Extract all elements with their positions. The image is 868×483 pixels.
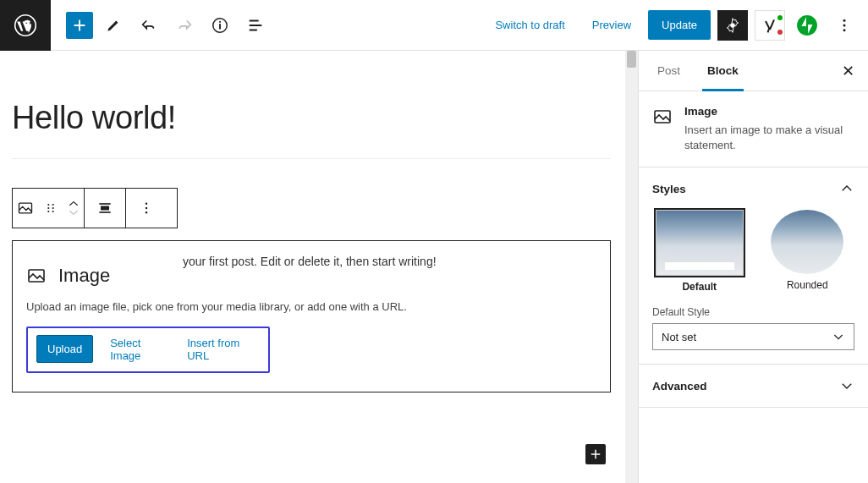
toolbar-left [51, 10, 485, 41]
block-type-button[interactable] [13, 189, 38, 228]
add-block-button[interactable] [66, 12, 93, 39]
svg-rect-16 [99, 203, 110, 205]
paragraph-text[interactable]: your first post. Edit or delete it, then… [183, 255, 437, 268]
image-block-title: Image [58, 265, 110, 287]
block-more-button[interactable] [126, 189, 167, 228]
svg-rect-18 [99, 211, 110, 213]
block-toolbar [12, 188, 178, 228]
svg-point-6 [843, 19, 846, 21]
svg-point-11 [52, 204, 54, 206]
default-style-value: Not set [662, 331, 696, 343]
move-buttons[interactable] [63, 189, 84, 228]
wp-logo[interactable] [0, 0, 51, 51]
default-style-label: Default Style [652, 306, 854, 318]
svg-point-19 [146, 203, 147, 205]
post-title[interactable]: Hello world! [12, 100, 611, 159]
advanced-panel: Advanced [639, 364, 868, 408]
more-options-button[interactable] [829, 10, 860, 41]
advanced-panel-toggle[interactable]: Advanced [639, 365, 868, 407]
tab-post[interactable]: Post [652, 51, 685, 91]
select-image-button[interactable]: Select Image [110, 337, 170, 362]
editor-pane: Hello world! [0, 51, 638, 483]
svg-point-21 [146, 211, 147, 213]
editor-scrollbar[interactable] [625, 51, 638, 483]
svg-point-5 [797, 15, 817, 36]
svg-rect-2 [219, 24, 221, 29]
styles-panel-title: Styles [652, 183, 686, 195]
svg-point-8 [843, 29, 846, 31]
image-upload-actions: Upload Select Image Insert from URL [26, 327, 270, 373]
svg-point-15 [52, 211, 54, 212]
edit-mode-button[interactable] [98, 10, 129, 41]
block-card: Image Insert an image to make a visual s… [639, 91, 868, 167]
style-default-label: Default [652, 281, 747, 293]
tab-block[interactable]: Block [702, 51, 744, 91]
advanced-panel-title: Advanced [652, 380, 707, 392]
upload-button[interactable]: Upload [36, 335, 93, 363]
svg-point-14 [47, 211, 49, 212]
styles-panel: Styles Default Rounded Default Style [639, 167, 868, 364]
svg-point-12 [47, 207, 49, 209]
info-button[interactable] [205, 10, 235, 41]
outline-button[interactable] [240, 10, 271, 41]
svg-rect-17 [101, 206, 109, 211]
insert-from-url-button[interactable]: Insert from URL [187, 337, 260, 362]
undo-button[interactable] [134, 10, 164, 41]
append-block-button[interactable] [585, 444, 606, 464]
style-rounded-label: Rounded [761, 279, 855, 291]
chevron-up-icon [839, 181, 854, 196]
drag-handle[interactable] [38, 189, 63, 228]
style-default[interactable]: Default [652, 210, 747, 293]
svg-point-20 [146, 207, 147, 209]
yoast-button[interactable] [755, 10, 785, 41]
update-button[interactable]: Update [648, 10, 711, 40]
block-card-name: Image [684, 105, 854, 118]
chevron-down-icon [832, 330, 845, 343]
chevron-down-icon [839, 378, 854, 393]
block-card-description: Insert an image to make a visual stateme… [684, 123, 854, 153]
settings-button[interactable] [717, 10, 748, 41]
toolbar-right: Switch to draft Preview Update [485, 10, 868, 41]
styles-panel-toggle[interactable]: Styles [639, 167, 868, 210]
preview-button[interactable]: Preview [582, 12, 641, 38]
image-icon [26, 266, 47, 286]
svg-point-7 [843, 24, 846, 26]
jetpack-button[interactable] [792, 10, 822, 41]
svg-point-10 [47, 204, 49, 206]
image-icon [652, 107, 673, 127]
image-block-description: Upload an image file, pick one from your… [26, 300, 596, 313]
settings-sidebar: Post Block ✕ Image Insert an image to ma… [638, 51, 868, 483]
svg-rect-3 [219, 20, 221, 22]
top-toolbar: Switch to draft Preview Update [0, 0, 868, 51]
svg-point-13 [52, 207, 54, 209]
sidebar-tabs: Post Block ✕ [639, 51, 868, 91]
redo-button[interactable] [169, 10, 200, 41]
close-sidebar-button[interactable]: ✕ [842, 62, 854, 80]
default-style-select[interactable]: Not set [652, 323, 854, 350]
switch-to-draft-button[interactable]: Switch to draft [485, 12, 574, 38]
main-area: Hello world! [0, 51, 868, 483]
style-rounded[interactable]: Rounded [761, 210, 855, 293]
align-button[interactable] [85, 189, 125, 228]
